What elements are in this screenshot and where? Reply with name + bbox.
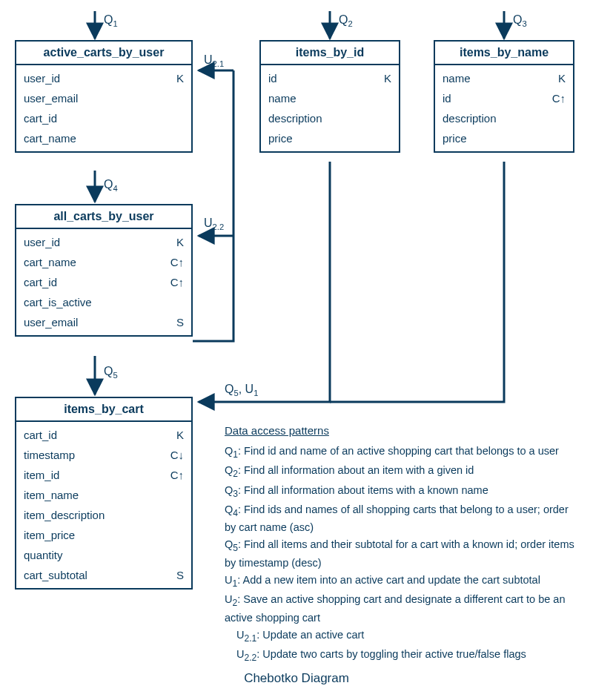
column-name: id bbox=[443, 92, 548, 105]
column-name: user_email bbox=[24, 92, 166, 105]
column-name: id bbox=[268, 72, 374, 85]
column-name: user_id bbox=[24, 236, 166, 248]
pattern-q1: Q1: Find id and name of an active shoppi… bbox=[225, 443, 580, 461]
column-key: C↑ bbox=[166, 469, 184, 481]
table-all-carts-by-user: all_carts_by_user user_idKcart_nameC↑car… bbox=[15, 204, 193, 337]
label-u22: U2.2 bbox=[204, 217, 224, 231]
column-key: C↑ bbox=[166, 256, 184, 268]
label-q4: Q4 bbox=[104, 178, 118, 193]
table-row: user_emailS bbox=[16, 312, 191, 332]
table-active-carts-by-user: active_carts_by_user user_idKuser_emailc… bbox=[15, 40, 193, 153]
column-name: description bbox=[268, 112, 374, 125]
column-name: description bbox=[443, 112, 548, 125]
table-header: active_carts_by_user bbox=[16, 42, 191, 65]
column-key: K bbox=[166, 72, 184, 85]
column-name: cart_name bbox=[24, 256, 166, 268]
column-name: user_id bbox=[24, 72, 166, 85]
table-row: item_price bbox=[16, 525, 191, 545]
column-name: timestamp bbox=[24, 449, 166, 461]
column-key: K bbox=[166, 236, 184, 248]
label-q5u1: Q5, U1 bbox=[225, 383, 258, 397]
table-row: cart_idK bbox=[16, 425, 191, 445]
table-body: nameKidC↑descriptionprice bbox=[435, 65, 573, 151]
table-row: cart_is_active bbox=[16, 292, 191, 312]
table-row: cart_idC↑ bbox=[16, 272, 191, 292]
column-name: item_name bbox=[24, 489, 166, 501]
table-row: cart_name bbox=[16, 128, 191, 148]
table-row: user_email bbox=[16, 88, 191, 108]
table-row: cart_nameC↑ bbox=[16, 252, 191, 272]
pattern-q4: Q4: Find ids and names of all shopping c… bbox=[225, 502, 580, 535]
column-name: cart_id bbox=[24, 429, 166, 441]
table-body: idKnamedescriptionprice bbox=[261, 65, 399, 151]
table-row: item_description bbox=[16, 505, 191, 525]
column-key: S bbox=[166, 316, 184, 328]
label-q3: Q3 bbox=[513, 13, 527, 28]
column-name: price bbox=[268, 132, 374, 145]
table-row: price bbox=[435, 128, 573, 148]
table-row: cart_id bbox=[16, 108, 191, 128]
column-key: K bbox=[374, 72, 391, 85]
diagram-caption: Chebotko Diagram bbox=[0, 671, 593, 686]
table-row: nameK bbox=[435, 68, 573, 88]
column-name: cart_subtotal bbox=[24, 569, 166, 581]
table-header: items_by_cart bbox=[16, 398, 191, 422]
column-name: cart_id bbox=[24, 276, 166, 288]
table-row: description bbox=[261, 108, 399, 128]
table-row: price bbox=[261, 128, 399, 148]
table-items-by-id: items_by_id idKnamedescriptionprice bbox=[259, 40, 400, 153]
column-key: K bbox=[166, 429, 184, 441]
table-items-by-name: items_by_name nameKidC↑descriptionprice bbox=[434, 40, 574, 153]
table-body: cart_idKtimestampC↓item_idC↑item_nameite… bbox=[16, 422, 191, 588]
table-row: user_idK bbox=[16, 232, 191, 252]
table-row: cart_subtotalS bbox=[16, 565, 191, 585]
data-access-patterns: Data access patterns Q1: Find id and nam… bbox=[225, 423, 580, 666]
table-row: description bbox=[435, 108, 573, 128]
patterns-header: Data access patterns bbox=[225, 423, 580, 439]
column-key: C↓ bbox=[166, 449, 184, 461]
column-name: price bbox=[443, 132, 548, 145]
column-name: user_email bbox=[24, 316, 166, 328]
table-row: item_idC↑ bbox=[16, 465, 191, 485]
table-body: user_idKuser_emailcart_idcart_name bbox=[16, 65, 191, 151]
table-header: items_by_name bbox=[435, 42, 573, 65]
column-name: item_description bbox=[24, 509, 166, 521]
column-name: name bbox=[443, 72, 548, 85]
pattern-q5: Q5: Find all items and their subtotal fo… bbox=[225, 537, 580, 570]
pattern-u22: U2.2: Update two carts by toggling their… bbox=[225, 647, 580, 664]
column-name: cart_is_active bbox=[24, 296, 166, 308]
pattern-u1: U1: Add a new item into an active cart a… bbox=[225, 572, 580, 590]
table-row: item_name bbox=[16, 485, 191, 505]
column-name: item_price bbox=[24, 529, 166, 541]
column-name: name bbox=[268, 92, 374, 105]
table-header: items_by_id bbox=[261, 42, 399, 65]
pattern-q3: Q3: Find all information about items wit… bbox=[225, 483, 580, 501]
column-name: quantity bbox=[24, 549, 166, 561]
column-key: K bbox=[548, 72, 566, 85]
table-row: name bbox=[261, 88, 399, 108]
table-row: idC↑ bbox=[435, 88, 573, 108]
pattern-u2: U2: Save an active shopping cart and des… bbox=[225, 592, 580, 625]
column-name: cart_id bbox=[24, 112, 166, 125]
table-row: timestampC↓ bbox=[16, 445, 191, 465]
column-key: C↑ bbox=[548, 92, 566, 105]
label-q1: Q1 bbox=[104, 13, 118, 28]
pattern-u21: U2.1: Update an active cart bbox=[225, 627, 580, 645]
pattern-q2: Q2: Find all information about an item w… bbox=[225, 463, 580, 481]
column-name: cart_name bbox=[24, 132, 166, 145]
table-row: user_idK bbox=[16, 68, 191, 88]
table-row: quantity bbox=[16, 545, 191, 565]
label-u21: U2.1 bbox=[204, 53, 224, 68]
column-name: item_id bbox=[24, 469, 166, 481]
column-key: C↑ bbox=[166, 276, 184, 288]
table-body: user_idKcart_nameC↑cart_idC↑cart_is_acti… bbox=[16, 229, 191, 335]
table-header: all_carts_by_user bbox=[16, 205, 191, 229]
table-row: idK bbox=[261, 68, 399, 88]
table-items-by-cart: items_by_cart cart_idKtimestampC↓item_id… bbox=[15, 397, 193, 590]
label-q2: Q2 bbox=[339, 13, 353, 28]
label-q5: Q5 bbox=[104, 365, 118, 380]
column-key: S bbox=[166, 569, 184, 581]
